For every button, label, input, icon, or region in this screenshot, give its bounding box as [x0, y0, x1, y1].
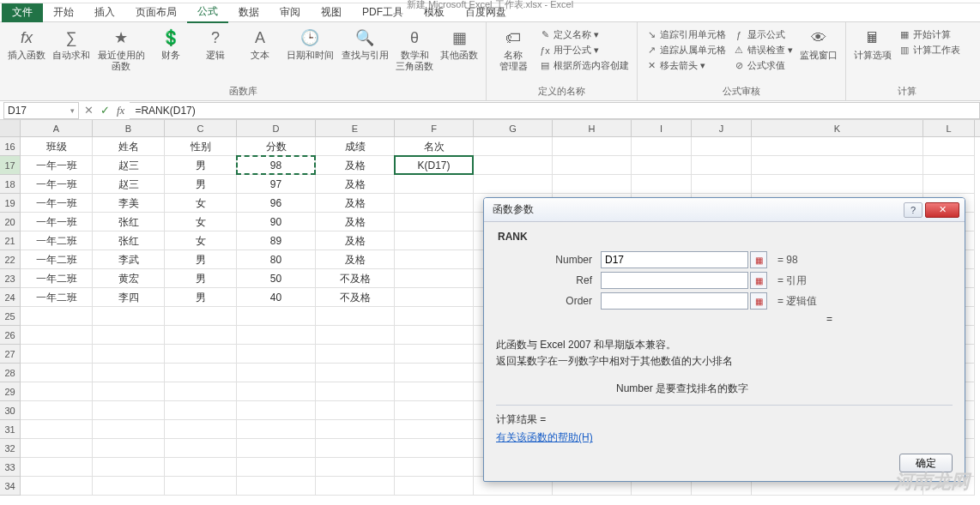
- cell[interactable]: [316, 307, 395, 326]
- col-header[interactable]: H: [553, 120, 632, 136]
- calculate-now-button[interactable]: ▦开始计算: [896, 27, 963, 42]
- cell[interactable]: [237, 458, 316, 477]
- cell[interactable]: [395, 194, 474, 213]
- cell[interactable]: 一年二班: [21, 250, 93, 269]
- cell[interactable]: [632, 156, 692, 175]
- cell[interactable]: [165, 458, 237, 477]
- cell[interactable]: 一年二班: [21, 269, 93, 288]
- col-header[interactable]: L: [923, 120, 975, 136]
- cell[interactable]: [93, 420, 165, 439]
- cell[interactable]: 赵三: [93, 175, 165, 194]
- row-header[interactable]: 25: [0, 307, 21, 326]
- cell[interactable]: [237, 364, 316, 382]
- cell[interactable]: 男: [165, 288, 237, 307]
- cell[interactable]: [165, 307, 237, 326]
- cell[interactable]: 名次: [395, 137, 474, 156]
- cell[interactable]: [316, 401, 395, 420]
- cell[interactable]: [316, 458, 395, 477]
- cell[interactable]: [21, 382, 93, 401]
- cell[interactable]: [237, 326, 316, 345]
- cell[interactable]: 及格: [316, 250, 395, 269]
- cell[interactable]: 一年二班: [21, 231, 93, 250]
- tab-pagelayout[interactable]: 页面布局: [125, 3, 187, 22]
- cell[interactable]: [692, 156, 752, 175]
- cell[interactable]: 男: [165, 175, 237, 194]
- row-header[interactable]: 27: [0, 345, 21, 364]
- cell[interactable]: 89: [237, 231, 316, 250]
- recent-functions-button[interactable]: ★最近使用的 函数: [94, 26, 148, 73]
- cell[interactable]: [316, 382, 395, 401]
- col-header[interactable]: D: [237, 120, 316, 136]
- dialog-ok-button[interactable]: 确定: [899, 454, 953, 472]
- insert-function-button[interactable]: fx插入函数: [5, 26, 48, 63]
- col-header[interactable]: J: [692, 120, 752, 136]
- cell[interactable]: [21, 326, 93, 345]
- cell[interactable]: 及格: [316, 213, 395, 231]
- trace-precedents-button[interactable]: ↘追踪引用单元格: [643, 27, 729, 42]
- cell[interactable]: 姓名: [93, 137, 165, 156]
- cell[interactable]: [316, 345, 395, 364]
- cell[interactable]: [395, 477, 474, 496]
- watch-window-button[interactable]: 👁监视窗口: [797, 26, 840, 63]
- cell[interactable]: [752, 175, 923, 194]
- cell[interactable]: 分数: [237, 137, 316, 156]
- row-header[interactable]: 32: [0, 439, 21, 458]
- cell[interactable]: [474, 137, 553, 156]
- cell[interactable]: [165, 420, 237, 439]
- define-name-button[interactable]: ✎定义名称 ▾: [536, 27, 632, 42]
- cell[interactable]: 及格: [316, 156, 395, 175]
- cell[interactable]: [395, 326, 474, 345]
- cell[interactable]: [237, 477, 316, 496]
- cell[interactable]: [316, 364, 395, 382]
- arg-input-order[interactable]: [601, 292, 748, 310]
- cell[interactable]: 97: [237, 175, 316, 194]
- cell[interactable]: [93, 345, 165, 364]
- calc-options-button[interactable]: 🖩计算选项: [851, 26, 894, 63]
- cell[interactable]: [93, 307, 165, 326]
- cell[interactable]: [692, 137, 752, 156]
- dialog-help-button[interactable]: ?: [904, 202, 923, 218]
- cell[interactable]: [165, 439, 237, 458]
- cell[interactable]: 女: [165, 231, 237, 250]
- cell[interactable]: [553, 156, 632, 175]
- tab-formulas[interactable]: 公式: [187, 2, 228, 23]
- cell[interactable]: [21, 458, 93, 477]
- fx-button[interactable]: fx: [117, 104, 124, 117]
- row-header[interactable]: 20: [0, 213, 21, 231]
- cell[interactable]: 一年一班: [21, 175, 93, 194]
- cell[interactable]: [165, 326, 237, 345]
- cell[interactable]: [395, 269, 474, 288]
- cell[interactable]: 女: [165, 194, 237, 213]
- cell[interactable]: [752, 156, 923, 175]
- cell[interactable]: [237, 307, 316, 326]
- more-functions-button[interactable]: ▦其他函数: [438, 26, 481, 63]
- cell[interactable]: 李四: [93, 288, 165, 307]
- col-header[interactable]: K: [752, 120, 923, 136]
- cell[interactable]: 不及格: [316, 288, 395, 307]
- tab-data[interactable]: 数据: [228, 3, 269, 22]
- row-header[interactable]: 23: [0, 269, 21, 288]
- math-button[interactable]: θ数学和 三角函数: [393, 26, 436, 73]
- dialog-close-button[interactable]: ✕: [925, 202, 959, 218]
- cell[interactable]: [93, 401, 165, 420]
- cell[interactable]: [93, 477, 165, 496]
- cell[interactable]: [165, 477, 237, 496]
- cell[interactable]: 不及格: [316, 269, 395, 288]
- accept-formula-button[interactable]: ✓: [100, 104, 110, 117]
- cell[interactable]: [237, 439, 316, 458]
- cell[interactable]: 一年一班: [21, 156, 93, 175]
- cell[interactable]: [395, 364, 474, 382]
- cell[interactable]: 90: [237, 213, 316, 231]
- row-header[interactable]: 19: [0, 194, 21, 213]
- row-header[interactable]: 17: [0, 156, 21, 175]
- cell[interactable]: 李武: [93, 250, 165, 269]
- show-formulas-button[interactable]: ƒ显示公式: [730, 27, 795, 42]
- cell[interactable]: 一年一班: [21, 213, 93, 231]
- cell[interactable]: [21, 420, 93, 439]
- cell[interactable]: 98: [237, 156, 316, 175]
- cell[interactable]: [21, 364, 93, 382]
- cell[interactable]: 黄宏: [93, 269, 165, 288]
- cell[interactable]: [395, 213, 474, 231]
- row-header[interactable]: 18: [0, 175, 21, 194]
- cell[interactable]: 男: [165, 156, 237, 175]
